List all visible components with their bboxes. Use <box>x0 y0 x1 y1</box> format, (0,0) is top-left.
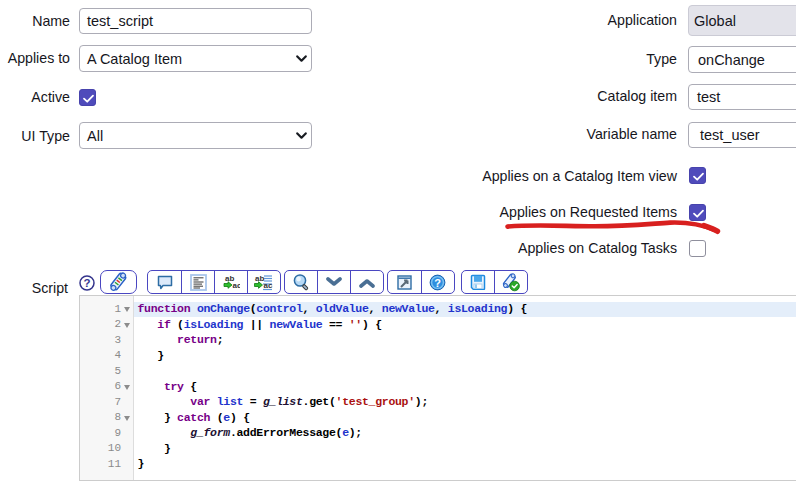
svg-text:?: ? <box>434 276 441 288</box>
svg-text:ac: ac <box>232 281 240 290</box>
svg-text:?: ? <box>83 277 90 289</box>
svg-text:ac: ac <box>264 281 273 290</box>
